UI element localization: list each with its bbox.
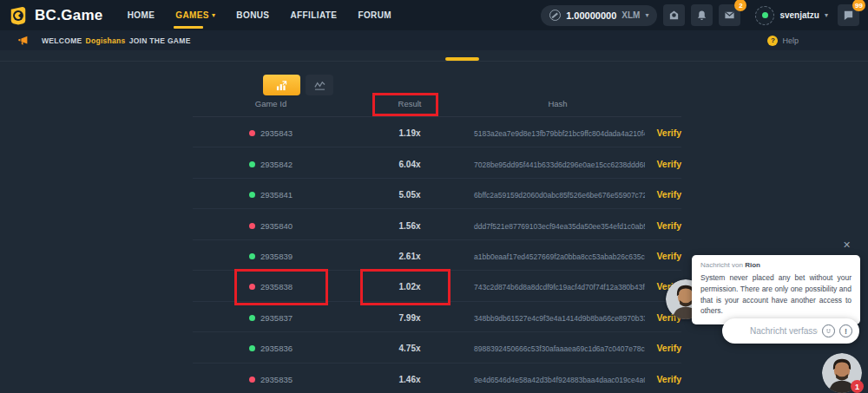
- nav-home[interactable]: HOME: [128, 0, 155, 30]
- game-id-cell: 2935836: [193, 339, 349, 355]
- chevron-down-icon: ▾: [825, 11, 828, 19]
- chat-contact-avatar[interactable]: 1: [822, 353, 862, 393]
- chat-from-label: Nachricht von: [700, 261, 743, 269]
- game-id-cell: 2935835: [193, 370, 349, 386]
- bcgame-logo-icon: [9, 6, 28, 25]
- result-value: 7.99x: [398, 313, 420, 323]
- hash-value: 7028be95dd95f441b633d6d296e0ae15cc6238dd…: [474, 160, 645, 169]
- nav-forum[interactable]: FORUM: [358, 0, 391, 30]
- result-cell: 4.75x: [349, 339, 470, 355]
- game-id-value: 2935835: [260, 375, 293, 384]
- game-id-value: 2935840: [260, 221, 293, 231]
- table-body: 2935843 1.19x 5183a2ea7e9d8e13fb79bbf21b…: [193, 117, 681, 393]
- table-row: 2935836 4.75x 8988392450666c53f30afaaaea…: [193, 332, 681, 363]
- status-dot: [249, 161, 255, 167]
- hash-value: 6bffc2a59159d2060d0abc85f526e6be676e5590…: [474, 191, 645, 200]
- game-id-cell: 2935837: [193, 309, 349, 324]
- game-id-cell: 2935840: [193, 217, 349, 233]
- verify-button[interactable]: Verify: [656, 251, 681, 261]
- table-row: 2935840 1.56x ddd7f521e87769103ecf94ea35…: [193, 209, 681, 239]
- welcome-bar: WELCOME Dogishans JOIN THE GAME ? Help: [0, 30, 868, 50]
- user-menu[interactable]: svenjatzu ▾: [755, 6, 828, 25]
- trend-chart-icon: [313, 80, 326, 91]
- status-dot: [249, 192, 255, 198]
- emoji-icon[interactable]: [822, 324, 835, 337]
- status-dot: [249, 130, 255, 136]
- status-dot: [249, 345, 255, 351]
- balance-amount: 1.00000000: [566, 10, 616, 21]
- top-header: BC.Game HOME GAMES▾ BONUS AFFILIATE FORU…: [0, 0, 868, 30]
- col-header-game-id: Game Id: [193, 99, 349, 108]
- game-id-value: 2935842: [260, 160, 293, 169]
- balance-currency: XLM: [621, 10, 640, 20]
- alert-icon[interactable]: !: [839, 324, 852, 337]
- nav-affiliate[interactable]: AFFILIATE: [290, 0, 337, 30]
- chat-input-bar: !: [722, 318, 859, 344]
- table-row: 2935843 1.19x 5183a2ea7e9d8e13fb79bbf21b…: [193, 117, 681, 147]
- brand-name: BC.Game: [35, 7, 103, 24]
- result-cell: 5.05x: [349, 186, 470, 201]
- bar-chart-icon: [275, 80, 288, 91]
- megaphone-icon: [17, 36, 30, 46]
- result-value: 5.05x: [398, 190, 420, 200]
- result-cell: 1.02x: [349, 278, 470, 293]
- xlm-coin-icon: [549, 10, 561, 21]
- verify-cell: Verify: [645, 370, 681, 386]
- hash-value: 743c2d874b6d8a8dcdf9fc19acf4d70f74f12a38…: [474, 283, 645, 291]
- verify-button[interactable]: Verify: [656, 189, 681, 200]
- verify-cell: Verify: [645, 339, 681, 355]
- chat-message-input[interactable]: [750, 326, 818, 336]
- avatar-status-dot: [762, 12, 768, 18]
- verify-button[interactable]: Verify: [656, 374, 681, 384]
- game-id-value: 2935836: [260, 344, 293, 353]
- result-cell: 7.99x: [349, 309, 470, 324]
- close-icon[interactable]: ✕: [843, 239, 851, 251]
- verify-button[interactable]: Verify: [656, 128, 681, 138]
- table-row: 2935842 6.04x 7028be95dd95f441b633d6d296…: [193, 147, 681, 178]
- game-id-cell: 2935843: [193, 124, 349, 140]
- nav-bonus[interactable]: BONUS: [236, 0, 269, 30]
- game-id-value: 2935837: [260, 313, 293, 323]
- help-link[interactable]: ? Help: [767, 30, 799, 50]
- result-cell: 1.46x: [349, 370, 470, 386]
- verify-button[interactable]: Verify: [656, 220, 681, 231]
- envelope-icon: [724, 10, 735, 21]
- vault-button[interactable]: [663, 4, 685, 26]
- table-row: 2935841 5.05x 6bffc2a59159d2060d0abc85f5…: [193, 179, 681, 209]
- verify-button[interactable]: Verify: [656, 159, 681, 169]
- table-header: Game Id Result Hash: [193, 91, 681, 117]
- verify-cell: Verify: [645, 186, 681, 201]
- result-value: 1.46x: [398, 375, 420, 384]
- help-icon: ?: [767, 36, 778, 46]
- hash-value: 8988392450666c53f30afaaaea69c1d6a7c0407e…: [474, 344, 645, 353]
- balance-selector[interactable]: 1.00000000 XLM ▾: [541, 5, 657, 26]
- chat-button[interactable]: 99: [838, 4, 859, 26]
- verify-cell: Verify: [645, 217, 681, 233]
- nav-games[interactable]: GAMES▾: [175, 0, 215, 30]
- result-value: 6.04x: [398, 160, 420, 169]
- result-cell: 1.19x: [349, 124, 470, 140]
- game-id-cell: 2935838: [193, 278, 349, 293]
- game-id-value: 2935841: [260, 190, 293, 200]
- vault-icon: [668, 10, 680, 21]
- messages-button[interactable]: 2: [719, 4, 740, 26]
- status-dot: [249, 223, 255, 229]
- status-dot: [249, 284, 255, 290]
- status-dot: [249, 377, 255, 383]
- game-id-value: 2935843: [260, 128, 293, 138]
- brand-logo[interactable]: BC.Game: [9, 6, 103, 25]
- hash-cell: 8988392450666c53f30afaaaea69c1d6a7c0407e…: [470, 339, 645, 355]
- notifications-button[interactable]: [691, 4, 713, 26]
- chat-message-card: Nachricht von Rion System never placed a…: [692, 255, 860, 324]
- col-header-hash: Hash: [470, 99, 645, 108]
- verify-button[interactable]: Verify: [656, 343, 681, 353]
- game-id-value: 2935838: [260, 282, 293, 291]
- welcome-label: WELCOME: [42, 36, 82, 45]
- messages-badge: 2: [734, 0, 746, 11]
- table-row: 2935835 1.46x 9e4d6546d4e58a42d3b4f92488…: [193, 364, 681, 393]
- unread-badge: 1: [851, 380, 864, 393]
- hash-cell: 743c2d874b6d8a8dcdf9fc19acf4d70f74f12a38…: [470, 278, 645, 293]
- active-tab-indicator: [445, 57, 479, 61]
- result-value: 1.02x: [398, 282, 420, 291]
- welcome-message: WELCOME Dogishans JOIN THE GAME: [42, 36, 191, 45]
